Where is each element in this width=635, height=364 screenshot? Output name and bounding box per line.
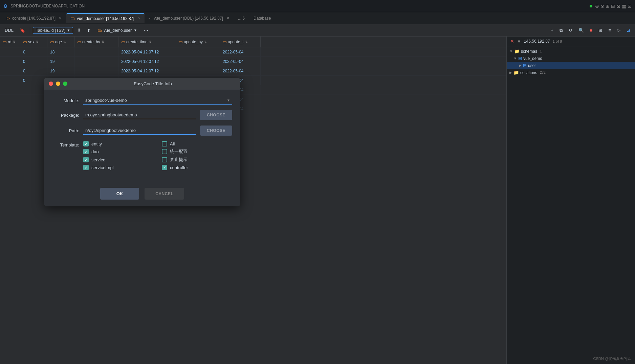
cell-createby-2 xyxy=(74,57,118,66)
tab-bar: ▷ console [146.56.192.87] ✕ 🗃 vue_demo.u… xyxy=(0,12,635,24)
template-dao-label: dao xyxy=(91,149,99,154)
toolbar: DDL 🔖 Tab-se...d (TSV) ▼ ⬇ ⬆ 🗃 vue_demo.… xyxy=(0,24,635,37)
topbar-icons: ⊕ ⊗ ⊞ ⊟ ⊠ ▦ ⊡ xyxy=(595,3,632,9)
sidebar-item-collations[interactable]: ▶ 📁 collations 272 xyxy=(507,69,635,76)
tab-console[interactable]: ▷ console [146.56.192.87] ✕ xyxy=(3,13,66,23)
cell-updatet-2: 2022-05-04 xyxy=(220,57,261,66)
col-updatet-sort[interactable]: ⇅ xyxy=(245,40,248,44)
refresh-button[interactable]: ↻ xyxy=(567,26,574,34)
col-updateby-label: update_by xyxy=(184,40,203,44)
topbar-right: ⊕ ⊗ ⊞ ⊟ ⊠ ▦ ⊡ xyxy=(590,3,632,9)
template-all-label: All xyxy=(170,141,175,146)
template-unified-config-checkbox[interactable] xyxy=(162,149,167,154)
bookmark-button[interactable]: 🔖 xyxy=(18,26,27,34)
search-db-button[interactable]: 🔍 xyxy=(576,26,586,34)
col-createby-sort[interactable]: ⇅ xyxy=(102,40,104,44)
tab-vue-demo-user[interactable]: 🗃 vue_demo.user [146.56.192.87] ✕ xyxy=(66,13,144,23)
template-dao-checkbox[interactable] xyxy=(83,149,89,154)
tab-separator-label[interactable]: Tab-se...d (TSV) ▼ xyxy=(33,27,73,34)
more-options-button[interactable]: ⋯ xyxy=(142,26,150,34)
path-choose-button[interactable]: CHOOSE xyxy=(200,126,232,136)
template-entity-checkbox[interactable] xyxy=(83,141,89,146)
template-disable-hint-checkbox[interactable] xyxy=(162,157,167,162)
template-all-item[interactable]: All xyxy=(162,141,232,146)
table-row[interactable]: 0 19 2022-05-04 12:07:12 2022-05-04 xyxy=(0,57,506,66)
template-serviceimpl-item[interactable]: serviceImpl xyxy=(83,165,154,170)
template-disable-hint-item[interactable]: 禁止提示 xyxy=(162,157,232,163)
schemas-badge: 1 xyxy=(540,49,542,53)
col-age-icon: 🗃 xyxy=(50,40,54,44)
path-label: Path: xyxy=(52,128,79,133)
tab-console-close[interactable]: ✕ xyxy=(59,16,62,20)
traffic-light-green[interactable] xyxy=(63,82,67,86)
download-button[interactable]: ⬇ xyxy=(75,26,83,34)
template-serviceimpl-checkbox[interactable] xyxy=(83,165,89,170)
template-entity-item[interactable]: entity xyxy=(83,141,154,146)
col-age-sort[interactable]: ⇅ xyxy=(63,40,66,44)
db-selector[interactable]: 🗃 vue_demo.user ▼ xyxy=(95,27,140,33)
sidebar-item-vue-demo[interactable]: ▼ ⊞ vue_demo xyxy=(507,55,635,62)
schemas-label: schemas xyxy=(521,49,537,54)
sidebar-item-user-table[interactable]: ▶ ⊞ user xyxy=(507,62,635,69)
upload-button[interactable]: ⬆ xyxy=(85,26,93,34)
tab-ddl-close[interactable]: ✕ xyxy=(226,16,229,20)
traffic-light-yellow[interactable] xyxy=(56,82,60,86)
template-label: Template: xyxy=(52,141,79,147)
tab-database[interactable]: Database xyxy=(249,13,275,23)
module-chevron-icon: ▼ xyxy=(227,98,230,102)
template-all-checkbox[interactable] xyxy=(162,141,167,146)
table-row[interactable]: 0 18 2022-05-04 12:07:12 2022-05-04 xyxy=(0,47,506,57)
col-sex-sort[interactable]: ⇅ xyxy=(36,40,39,44)
template-controller-item[interactable]: controller xyxy=(162,165,232,170)
tab-more[interactable]: ... 5 xyxy=(234,13,249,23)
ok-button[interactable]: OK xyxy=(100,188,139,200)
cell-createtime-2: 2022-05-04 12:07:12 xyxy=(118,57,176,66)
template-controller-label: controller xyxy=(170,165,188,170)
tab-vue-demo-ddl-label: vue_demo.user (DDL) [146.56.192.87] xyxy=(154,16,223,21)
path-input[interactable] xyxy=(83,127,196,135)
path-row: Path: CHOOSE xyxy=(52,126,232,136)
template-unified-config-item[interactable]: 统一配置 xyxy=(162,149,232,155)
close-icon[interactable]: ✕ xyxy=(510,39,514,44)
col-rd-sort[interactable]: ⇅ xyxy=(13,40,16,44)
ddl-button[interactable]: DDL xyxy=(3,26,16,34)
template-service-label: service xyxy=(91,157,105,162)
col-createby-icon: 🗃 xyxy=(77,40,81,44)
traffic-light-red[interactable] xyxy=(49,82,53,86)
template-service-item[interactable]: service xyxy=(83,157,154,163)
grid-view-button[interactable]: ⊞ xyxy=(596,26,604,34)
cell-createby-1 xyxy=(74,47,118,56)
tab-more-label: ... 5 xyxy=(238,16,245,21)
cell-sex-2: 0 xyxy=(20,57,47,66)
template-controller-checkbox[interactable] xyxy=(162,165,167,170)
template-service-checkbox[interactable] xyxy=(83,157,89,162)
package-choose-button[interactable]: CHOOSE xyxy=(200,110,232,120)
copy-button[interactable]: ⧉ xyxy=(557,26,565,35)
tab-vue-demo-ddl[interactable]: ⌐ vue_demo.user (DDL) [146.56.192.87] ✕ xyxy=(145,13,233,23)
col-header-age: 🗃 age ⇅ xyxy=(47,37,74,47)
sidebar-chevron[interactable]: ▼ xyxy=(517,39,521,44)
col-header-update-t: 🗃 update_t ⇅ xyxy=(220,37,261,47)
vue-demo-tab-icon: 🗃 xyxy=(70,16,75,21)
package-row: Package: CHOOSE xyxy=(52,110,232,120)
add-row-button[interactable]: + xyxy=(549,26,555,34)
col-createtime-sort[interactable]: ⇅ xyxy=(149,40,152,44)
tab-vue-demo-close[interactable]: ✕ xyxy=(138,17,140,20)
cancel-button[interactable]: CANCEL xyxy=(145,188,184,200)
cell-sex-4: 0 xyxy=(20,76,47,85)
cell-createtime-3: 2022-05-04 12:07:12 xyxy=(118,66,176,75)
table-row[interactable]: 0 19 2022-05-04 12:07:12 2022-05-04 xyxy=(0,66,506,76)
sidebar-item-schemas[interactable]: ▼ 📁 schemas 1 xyxy=(507,48,635,55)
run-button[interactable]: ▷ xyxy=(615,26,622,34)
package-input[interactable] xyxy=(83,111,196,119)
filter-button[interactable]: ⊿ xyxy=(625,26,632,34)
col-updateby-sort[interactable]: ⇅ xyxy=(204,40,207,44)
collations-label: collations xyxy=(520,70,537,75)
cell-rd-3 xyxy=(0,66,20,75)
stop-button[interactable]: ■ xyxy=(588,26,595,34)
easycode-modal: EasyCode Title Info Module: springboot-v… xyxy=(44,78,240,206)
column-button[interactable]: ≡ xyxy=(606,26,613,34)
template-dao-item[interactable]: dao xyxy=(83,149,154,155)
module-select[interactable]: springboot-vue-demo ▼ xyxy=(83,96,232,105)
cell-createby-3 xyxy=(74,66,118,75)
